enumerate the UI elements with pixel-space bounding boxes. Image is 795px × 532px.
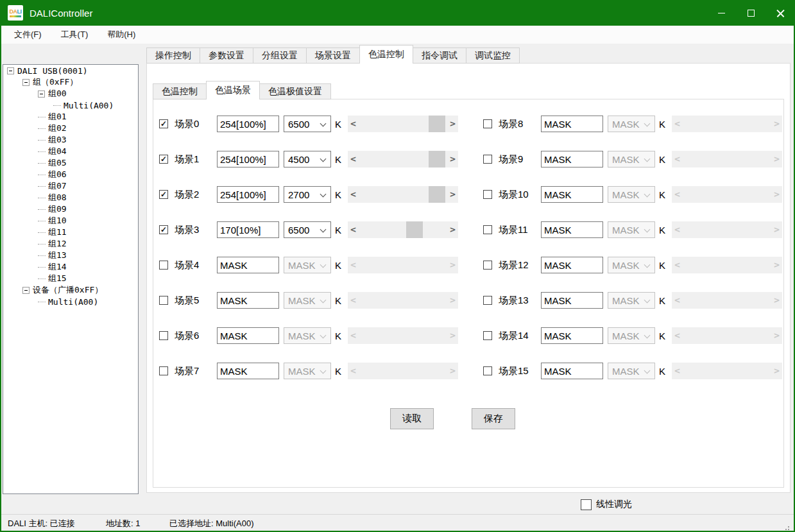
slider-thumb[interactable]	[429, 116, 445, 132]
tree-item[interactable]: 设备（广播0xFF）	[3, 284, 138, 296]
scene-checkbox[interactable]	[159, 366, 168, 375]
scene-kelvin-select[interactable]: MASK	[284, 292, 331, 309]
scene-kelvin-select[interactable]: MASK	[608, 257, 655, 273]
scene-checkbox[interactable]	[159, 261, 168, 270]
tab-scene-settings[interactable]: 场景设置	[306, 47, 360, 64]
scene-kelvin-select[interactable]: 4500	[284, 151, 331, 167]
scroll-right-arrow-icon[interactable]: >	[447, 116, 458, 132]
resize-grip-icon[interactable]	[788, 526, 789, 528]
scene-checkbox[interactable]	[483, 225, 492, 234]
scroll-left-arrow-icon[interactable]: <	[348, 151, 359, 167]
tab-command-debug[interactable]: 指令调试	[413, 47, 466, 64]
tree-item[interactable]: 组07	[3, 180, 138, 192]
tree-item[interactable]: 组06	[3, 169, 138, 180]
subtab-color-temp-scene[interactable]: 色温场景	[206, 81, 260, 99]
menu-item-file[interactable]: 文件(F)	[8, 26, 48, 44]
scene-level-input[interactable]	[541, 327, 603, 344]
tree-item[interactable]: 组00	[3, 88, 138, 99]
scene-kelvin-select[interactable]: MASK	[608, 363, 655, 379]
tree-item[interactable]: 组08	[3, 192, 138, 203]
menu-item-help[interactable]: 帮助(H)	[101, 26, 142, 44]
scene-kelvin-select[interactable]: MASK	[284, 257, 331, 273]
tree-item[interactable]: 组09	[3, 203, 138, 215]
subtab-color-temp-limits[interactable]: 色温极值设置	[259, 83, 331, 99]
scroll-left-arrow-icon[interactable]: <	[348, 186, 359, 203]
read-button[interactable]: 读取	[390, 408, 434, 429]
linear-dimming-checkbox[interactable]	[581, 499, 592, 510]
scene-checkbox[interactable]	[483, 331, 492, 340]
tree-item[interactable]: 组10	[3, 215, 138, 227]
tree-item[interactable]: 组14	[3, 261, 138, 273]
tree-item[interactable]: Multi(A00)	[3, 99, 138, 111]
scene-level-input[interactable]	[217, 363, 279, 379]
scene-level-input[interactable]	[541, 292, 603, 309]
scene-level-input[interactable]	[217, 221, 279, 238]
scene-kelvin-select[interactable]: MASK	[608, 327, 655, 344]
tree-item[interactable]: 组05	[3, 157, 138, 169]
scene-checkbox[interactable]	[483, 119, 492, 128]
tree-item[interactable]: 组13	[3, 250, 138, 261]
scene-kelvin-select[interactable]: MASK	[608, 116, 655, 132]
minimize-button[interactable]	[706, 0, 736, 26]
scene-kelvin-select[interactable]: MASK	[608, 292, 655, 309]
scene-slider[interactable]: <>	[348, 221, 458, 238]
scene-level-input[interactable]	[541, 221, 603, 238]
tab-debug-monitor[interactable]: 调试监控	[466, 47, 520, 64]
scene-slider[interactable]: <>	[348, 116, 458, 132]
scene-checkbox[interactable]	[483, 366, 492, 375]
scene-level-input[interactable]	[217, 327, 279, 344]
tree-item[interactable]: 组15	[3, 273, 138, 284]
tree-item[interactable]: 组（0xFF）	[3, 76, 138, 88]
scene-checkbox[interactable]: ✓	[159, 225, 168, 234]
scene-checkbox[interactable]	[483, 296, 492, 305]
scene-checkbox[interactable]: ✓	[159, 119, 168, 128]
save-button[interactable]: 保存	[472, 408, 515, 429]
scene-slider[interactable]: <>	[348, 151, 458, 167]
scroll-right-arrow-icon[interactable]: >	[447, 151, 458, 167]
tab-color-temp-control[interactable]: 色温控制	[359, 45, 413, 64]
scene-kelvin-select[interactable]: 6500	[284, 221, 331, 238]
scene-kelvin-select[interactable]: 6500	[284, 116, 331, 132]
tab-operation-control[interactable]: 操作控制	[146, 47, 200, 64]
scene-kelvin-select[interactable]: MASK	[608, 186, 655, 203]
scene-checkbox[interactable]	[483, 190, 492, 199]
minus-box-icon[interactable]	[7, 67, 14, 74]
scene-checkbox[interactable]	[483, 155, 492, 164]
scene-checkbox[interactable]: ✓	[159, 155, 168, 164]
menu-item-tools[interactable]: 工具(T)	[55, 26, 95, 44]
tab-group-settings[interactable]: 分组设置	[253, 47, 307, 64]
scene-checkbox[interactable]: ✓	[159, 190, 168, 199]
scene-level-input[interactable]	[217, 151, 279, 167]
tab-parameter-settings[interactable]: 参数设置	[200, 47, 253, 64]
scene-kelvin-select[interactable]: MASK	[284, 327, 331, 344]
tree-item[interactable]: Multi(A00)	[3, 296, 138, 307]
scene-level-input[interactable]	[541, 151, 603, 167]
scene-kelvin-select[interactable]: MASK	[608, 151, 655, 167]
tree-item[interactable]: 组01	[3, 111, 138, 123]
scene-level-input[interactable]	[541, 363, 603, 379]
tree-item[interactable]: 组11	[3, 227, 138, 238]
scroll-right-arrow-icon[interactable]: >	[447, 221, 458, 238]
slider-thumb[interactable]	[429, 151, 445, 167]
scene-kelvin-select[interactable]: 2700	[284, 186, 331, 203]
subtab-color-temp-control[interactable]: 色温控制	[153, 83, 207, 99]
tree-item[interactable]: 组02	[3, 123, 138, 134]
minus-box-icon[interactable]	[38, 90, 45, 98]
scroll-left-arrow-icon[interactable]: <	[348, 221, 359, 238]
scroll-right-arrow-icon[interactable]: >	[447, 186, 458, 203]
minus-box-icon[interactable]	[22, 287, 30, 294]
scene-level-input[interactable]	[217, 116, 279, 132]
maximize-button[interactable]	[736, 0, 765, 26]
scene-level-input[interactable]	[541, 116, 603, 132]
scroll-left-arrow-icon[interactable]: <	[348, 116, 359, 132]
close-button[interactable]	[765, 0, 795, 26]
scene-level-input[interactable]	[217, 186, 279, 203]
tree-item[interactable]: 组03	[3, 134, 138, 146]
scene-checkbox[interactable]	[483, 261, 492, 270]
scene-checkbox[interactable]	[159, 331, 168, 340]
scene-checkbox[interactable]	[159, 296, 168, 305]
tree-item[interactable]: 组12	[3, 238, 138, 250]
slider-thumb[interactable]	[429, 186, 445, 203]
scene-level-input[interactable]	[217, 292, 279, 309]
scene-slider[interactable]: <>	[348, 186, 458, 203]
